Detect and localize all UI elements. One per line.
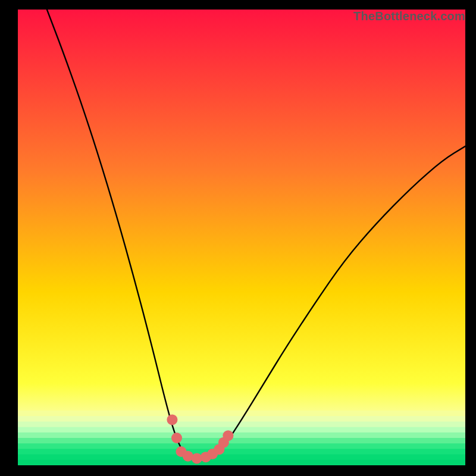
gradient-band [18, 455, 465, 461]
sweet-spot-dot [223, 430, 233, 441]
gradient-band [18, 433, 465, 439]
gradient-band [18, 443, 465, 449]
gradient-band [18, 449, 465, 455]
gradient-band [18, 422, 465, 428]
gradient-background [18, 10, 465, 465]
sweet-spot-dot [183, 451, 193, 462]
watermark-text: TheBottleneck.com [353, 10, 465, 23]
gradient-band [18, 438, 465, 444]
gradient-band [18, 411, 465, 416]
sweet-spot-dot [171, 433, 182, 443]
bottleneck-curve-chart [18, 10, 465, 465]
gradient-band [18, 427, 465, 433]
sweet-spot-dot [167, 414, 177, 425]
chart-frame [18, 10, 465, 465]
gradient-band [18, 460, 465, 465]
